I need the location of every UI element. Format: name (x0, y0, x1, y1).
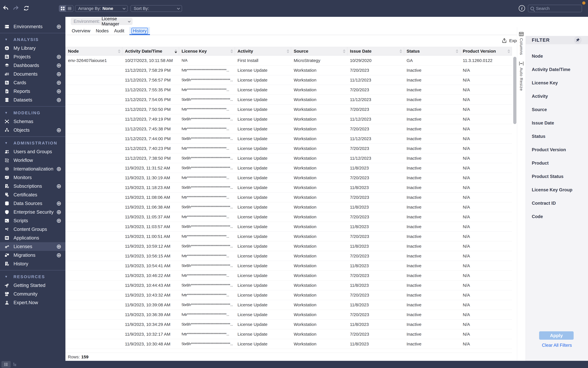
add-data-sources-button[interactable]: ⊕ (56, 201, 61, 206)
info-icon[interactable]: i (519, 5, 525, 11)
filter-field-product[interactable]: Product (526, 156, 588, 170)
table-row[interactable]: 11/9/2023, 11:08:06 AMfvttr*************… (65, 193, 512, 202)
sidebar-item-subscriptions[interactable]: Subscriptions⊕ (0, 182, 65, 191)
filter-field-issue-date[interactable]: Issue Date (526, 116, 588, 130)
auto-resize-rail-button[interactable]: Auto Resize (517, 61, 525, 91)
add-cards-button[interactable]: ⊕ (56, 80, 61, 85)
table-row[interactable]: 11/12/2023, 7:45:38 PMfvttr*************… (65, 124, 512, 134)
table-row[interactable]: 11/12/2023, 7:55:35 PMfvttr*************… (65, 85, 512, 95)
column-header-product-version[interactable]: Product Version (460, 47, 512, 55)
tree-mode-button[interactable] (13, 362, 18, 367)
filter-field-status[interactable]: Status (526, 130, 588, 143)
table-row[interactable]: 11/9/2023, 11:31:52 AM5brBh*************… (65, 163, 512, 173)
add-environments-button[interactable]: ⊕ (56, 24, 61, 29)
columns-rail-button[interactable]: Columns (517, 31, 525, 55)
sort-arrows-icon[interactable] (175, 49, 177, 53)
add-scripts-button[interactable]: ⊕ (56, 218, 61, 223)
add-documents-button[interactable]: ⊕ (56, 71, 61, 77)
clear-all-filters-link[interactable]: Clear All Filters (526, 343, 588, 348)
sort-arrows-icon[interactable] (507, 49, 510, 53)
sort-arrows-icon[interactable] (400, 49, 402, 53)
sidebar-section-resources[interactable]: ▼RESOURCES (0, 272, 65, 281)
table-row[interactable]: 11/12/2023, 7:54:05 PM5brBh*************… (65, 95, 512, 104)
table-row[interactable]: 11/9/2023, 10:39:08 AM5brBh*************… (65, 300, 512, 310)
filter-field-product-status[interactable]: Product Status (526, 170, 588, 183)
table-row[interactable]: 11/9/2023, 10:32:17 AMfvttr*************… (65, 329, 512, 339)
forward-icon[interactable] (13, 5, 19, 12)
filter-field-activity-date-time[interactable]: Activity Date/Time (526, 63, 588, 76)
sidebar-item-getting-started[interactable]: Getting Started (0, 281, 65, 290)
add-migrations-button[interactable]: ⊕ (56, 252, 61, 258)
search-input[interactable] (536, 6, 576, 11)
sort-arrows-icon[interactable] (230, 49, 233, 53)
sidebar-item-content-groups[interactable]: Content Groups (0, 225, 65, 234)
add-datasets-button[interactable]: ⊕ (56, 97, 61, 103)
table-row[interactable]: 11/9/2023, 11:03:57 AM5brBh*************… (65, 222, 512, 231)
table-row[interactable]: 11/9/2023, 11:30:19 AMfvttr*************… (65, 173, 512, 183)
environment-dropdown[interactable]: Environment: License Manager (71, 18, 133, 25)
sidebar-item-applications[interactable]: Applications (0, 234, 65, 242)
tab-overview[interactable]: Overview (72, 27, 91, 35)
sidebar-item-objects[interactable]: Objects⊕ (0, 126, 65, 134)
column-header-activity[interactable]: Activity (235, 47, 291, 55)
table-row[interactable]: 11/9/2023, 11:00:51 AMfvttr*************… (65, 231, 512, 241)
list-view-button[interactable] (66, 5, 73, 11)
sort-by-dropdown[interactable]: Sort By: (130, 5, 182, 12)
pin-button[interactable] (574, 36, 582, 44)
add-dashboards-button[interactable]: ⊕ (56, 63, 61, 68)
add-internationalization-button[interactable]: ⊕ (56, 166, 61, 172)
sidebar-item-community[interactable]: Community (0, 290, 65, 298)
sidebar-item-certificates[interactable]: Certificates (0, 191, 65, 199)
table-row[interactable]: 11/9/2023, 10:36:39 AMfvttr*************… (65, 310, 512, 320)
table-row[interactable]: 11/9/2023, 10:34:29 AM5brBh*************… (65, 320, 512, 329)
table-row[interactable]: 11/12/2023, 7:40:23 PMfvttr*************… (65, 144, 512, 153)
table-row[interactable]: 11/12/2023, 7:44:00 PM5brBh*************… (65, 134, 512, 144)
table-row[interactable]: 11/9/2023, 11:05:37 AMfvttr*************… (65, 212, 512, 222)
sidebar-section-administration[interactable]: ▼ADMINISTRATION (0, 139, 65, 147)
sort-arrows-icon[interactable] (343, 49, 345, 53)
table-row[interactable]: 11/9/2023, 10:59:12 AM5brBh*************… (65, 241, 512, 251)
filter-field-product-version[interactable]: Product Version (526, 143, 588, 156)
sidebar-item-expert-now[interactable]: Expert.Now (0, 298, 65, 307)
sort-arrows-icon[interactable] (287, 49, 289, 53)
table-row[interactable]: env-326407laiouse110/27/2023, 10:11:58 A… (65, 56, 512, 65)
filter-field-source[interactable]: Source (526, 103, 588, 116)
table-row[interactable]: 11/12/2023, 7:58:29 PMfvttr*************… (65, 65, 512, 75)
table-row[interactable]: 11/9/2023, 10:54:41 AM5brBh*************… (65, 261, 512, 271)
filter-field-contract-id[interactable]: Contract ID (526, 196, 588, 210)
refresh-icon[interactable] (23, 5, 30, 12)
filter-field-node[interactable]: Node (526, 49, 588, 63)
table-row[interactable]: 11/12/2023, 7:50:50 PMfvttr*************… (65, 104, 512, 114)
sidebar-item-schemas[interactable]: Schemas (0, 117, 65, 126)
filter-field-license-key-group[interactable]: License Key Group (526, 183, 588, 196)
add-projects-button[interactable]: ⊕ (56, 54, 61, 60)
table-row[interactable]: 11/9/2023, 11:06:38 AM5brBh*************… (65, 202, 512, 212)
apply-button[interactable]: Apply (539, 331, 574, 340)
column-header-activity-date-time[interactable]: Activity Date/Time (122, 47, 179, 55)
sidebar-item-licenses[interactable]: Licenses⊕ (0, 242, 65, 251)
table-row[interactable]: 11/9/2023, 10:56:15 AMfvttr*************… (65, 251, 512, 261)
add-licenses-button[interactable]: ⊕ (56, 244, 61, 249)
table-row[interactable]: 11/9/2023, 10:30:48 AM5brBh*************… (65, 339, 512, 349)
column-header-issue-date[interactable]: Issue Date (347, 47, 404, 55)
sidebar-item-dashboards[interactable]: Dashboards⊕ (0, 61, 65, 70)
sidebar-item-reports[interactable]: Reports⊕ (0, 87, 65, 96)
table-row[interactable]: 11/9/2023, 11:18:23 AM5brBh*************… (65, 183, 512, 193)
tab-nodes[interactable]: Nodes (95, 27, 109, 35)
sidebar-item-scripts[interactable]: Scripts⊕ (0, 216, 65, 225)
column-header-license-key[interactable]: License Key (179, 47, 235, 55)
arrange-by-dropdown[interactable]: Arrange By: None (75, 5, 128, 12)
sidebar-item-cards[interactable]: Cards⊕ (0, 78, 65, 87)
sidebar-item-workflow[interactable]: Workflow (0, 156, 65, 165)
sidebar-item-datasets[interactable]: Datasets⊕ (0, 96, 65, 104)
filter-field-activity[interactable]: Activity (526, 90, 588, 103)
sidebar-item-data-sources[interactable]: Data Sources⊕ (0, 199, 65, 208)
table-row[interactable]: 11/12/2023, 7:38:50 PM5brBh*************… (65, 153, 512, 163)
sidebar-item-documents[interactable]: Documents⊕ (0, 70, 65, 78)
add-enterprise-security-button[interactable]: ⊕ (56, 209, 61, 215)
sidebar-item-enterprise-security[interactable]: Enterprise Security⊕ (0, 208, 65, 216)
list-mode-button[interactable] (1, 361, 11, 368)
sidebar-item-history[interactable]: History (0, 259, 65, 268)
sidebar-item-monitors[interactable]: Monitors (0, 173, 65, 182)
table-scrollbar[interactable] (513, 57, 516, 124)
